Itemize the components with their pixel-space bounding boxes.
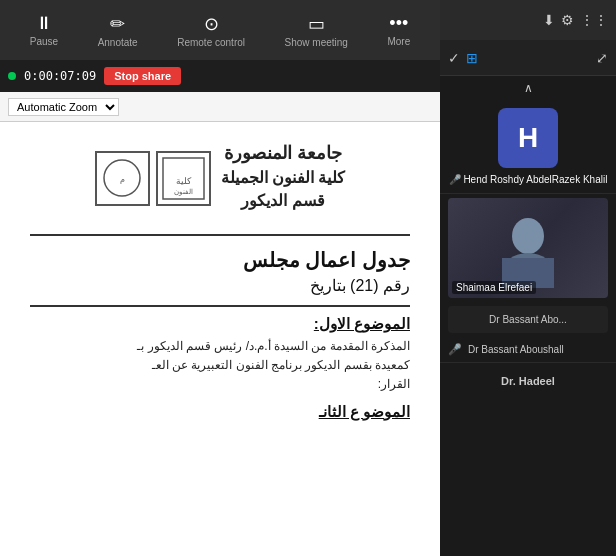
header-divider: [30, 234, 410, 236]
university-name: جامعة المنصورة: [221, 142, 346, 164]
section2-title: الموضو ع الثانـ: [30, 403, 410, 421]
annotate-button[interactable]: ✏ Annotate: [90, 9, 146, 52]
section1-body2: كمعيدة بقسم الديكور برنامج الفنون التعبي…: [30, 356, 410, 375]
pdf-content: جامعة المنصورة كلية الفنون الجميلة قسم ا…: [0, 122, 440, 556]
check-icon[interactable]: ✓: [448, 50, 460, 66]
svg-point-5: [512, 218, 544, 254]
section1-body1: المذكرة المقدمة من السيدة أ.م.د/ رئيس قس…: [30, 337, 410, 356]
dr-bassant-text-name: Dr Bassant Abo...: [456, 314, 600, 325]
svg-text:كلية: كلية: [175, 176, 191, 186]
logo-box-2: م: [95, 151, 150, 206]
svg-text:م: م: [119, 175, 124, 184]
download-icon[interactable]: ⬇: [543, 12, 555, 28]
hend-avatar: H: [498, 108, 558, 168]
section1-title: الموضوع الاول:: [30, 315, 410, 333]
remote-control-button[interactable]: ⊙ Remote control: [169, 9, 253, 52]
svg-text:الفنون: الفنون: [173, 188, 192, 196]
remote-icon: ⊙: [204, 13, 219, 35]
zoom-toolbar: ⏸ Pause ✏ Annotate ⊙ Remote control ▭ Sh…: [0, 0, 440, 60]
department-name: قسم الديكور: [221, 191, 346, 210]
stop-share-button[interactable]: Stop share: [104, 67, 181, 85]
pause-button[interactable]: ⏸ Pause: [22, 9, 66, 51]
more-button[interactable]: ••• More: [379, 9, 418, 51]
participant-shaimaa: Shaimaa Elrefaei: [440, 194, 616, 302]
shaimaa-video: Shaimaa Elrefaei: [448, 198, 608, 298]
participant-hend: H 🎤 Hend Roshdy AbdelRazek Khalil: [440, 100, 616, 194]
university-title: جامعة المنصورة كلية الفنون الجميلة قسم ا…: [221, 142, 346, 214]
annotate-icon: ✏: [110, 13, 125, 35]
meeting-icon: ▭: [308, 13, 325, 35]
dr-bassant-mic-icon: 🎤: [448, 343, 462, 356]
pdf-toolbar: Automatic Zoom: [0, 92, 440, 122]
pdf-viewer: Automatic Zoom جامعة المنصورة كلية الفنو…: [0, 92, 440, 556]
settings-icon[interactable]: ⚙: [561, 12, 574, 28]
more-icon: •••: [389, 13, 408, 34]
participant-dr-bassant-row: 🎤 Dr Bassant Aboushall: [440, 337, 616, 363]
zoom-select[interactable]: Automatic Zoom: [8, 98, 119, 116]
logo-box-1: كلية الفنون: [156, 151, 211, 206]
dr-bassant-row-name: Dr Bassant Aboushall: [468, 344, 564, 355]
hend-mic-icon: 🎤: [449, 174, 464, 185]
show-meeting-button[interactable]: ▭ Show meeting: [277, 9, 356, 52]
section-divider: [30, 305, 410, 307]
faculty-name: كلية الفنون الجميلة: [221, 168, 346, 187]
expand-icon[interactable]: ⤢: [596, 50, 608, 66]
panel-controls: ✓ ⊞ ⤢: [440, 40, 616, 76]
section1-decision: القرار:: [30, 375, 410, 394]
timer-display: 0:00:07:09: [24, 69, 96, 83]
logo-area: كلية الفنون م: [95, 151, 211, 206]
participant-dr-hadeel: Dr. Hadeel: [440, 367, 616, 395]
agenda-number: رقم (21) بتاريخ: [30, 276, 410, 295]
pause-icon: ⏸: [35, 13, 53, 34]
grid-view-icon[interactable]: ⊞: [466, 50, 478, 66]
scroll-up-button[interactable]: ∧: [440, 76, 616, 100]
agenda-title: جدول اعمال مجلس: [30, 248, 410, 272]
chevron-up-icon: ∧: [524, 81, 533, 95]
view-icons: ✓ ⊞: [448, 50, 478, 66]
hend-name: 🎤 Hend Roshdy AbdelRazek Khalil: [449, 174, 608, 185]
participant-dr-bassant-text: Dr Bassant Abo...: [448, 306, 608, 333]
grid-icon[interactable]: ⋮⋮: [580, 12, 608, 28]
timer-bar: 0:00:07:09 Stop share: [0, 60, 440, 92]
university-header: جامعة المنصورة كلية الفنون الجميلة قسم ا…: [30, 142, 410, 214]
status-dot: [8, 72, 16, 80]
dr-hadeel-name: Dr. Hadeel: [448, 375, 608, 387]
panel-top-bar: ⬇ ⚙ ⋮⋮: [440, 0, 616, 40]
right-panel: ⬇ ⚙ ⋮⋮ ✓ ⊞ ⤢ ∧ H 🎤 Hend Roshdy AbdelRaze…: [440, 0, 616, 556]
shaimaa-silhouette: [488, 208, 568, 288]
shaimaa-name-overlay: Shaimaa Elrefaei: [452, 281, 536, 294]
